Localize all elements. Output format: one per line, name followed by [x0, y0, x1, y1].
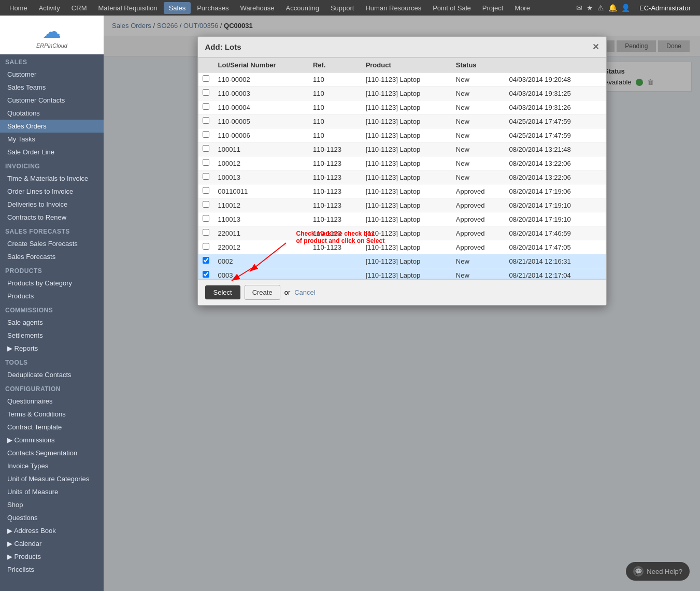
- col-status[interactable]: Status: [452, 58, 505, 73]
- sidebar-item-sale-order-line[interactable]: Sale Order Line: [0, 146, 104, 158]
- sidebar-item-products-config[interactable]: ▶ Products: [0, 550, 104, 563]
- nav-support[interactable]: Support: [325, 2, 360, 14]
- cancel-link[interactable]: Cancel: [294, 289, 315, 296]
- sidebar-item-terms-conditions[interactable]: Terms & Conditions: [0, 408, 104, 421]
- create-button[interactable]: Create: [245, 285, 280, 300]
- sidebar-item-sales-orders[interactable]: Sales Orders: [0, 120, 104, 133]
- sidebar-item-contracts[interactable]: Contracts to Renew: [0, 211, 104, 224]
- status: Approved: [452, 240, 505, 254]
- nav-activity[interactable]: Activity: [34, 2, 65, 14]
- sidebar-item-customer[interactable]: Customer: [0, 68, 104, 81]
- nav-human-resources[interactable]: Human Resources: [360, 2, 426, 14]
- row-checkbox[interactable]: [203, 173, 209, 180]
- sidebar-item-invoice-types[interactable]: Invoice Types: [0, 459, 104, 472]
- sidebar-item-customer-contacts[interactable]: Customer Contacts: [0, 94, 104, 107]
- col-date[interactable]: [505, 58, 606, 73]
- nav-purchases[interactable]: Purchases: [192, 2, 234, 14]
- row-checkbox[interactable]: [203, 229, 209, 236]
- nav-more[interactable]: More: [509, 2, 535, 14]
- row-checkbox[interactable]: [203, 117, 209, 124]
- col-product[interactable]: Product: [362, 58, 452, 73]
- select-button[interactable]: Select: [205, 285, 240, 299]
- status: New: [452, 128, 505, 142]
- sidebar-item-sale-agents[interactable]: Sale agents: [0, 316, 104, 329]
- sidebar-item-create-forecasts[interactable]: Create Sales Forecasts: [0, 237, 104, 250]
- dialog-close-button[interactable]: ✕: [592, 42, 599, 52]
- nav-material-requisition[interactable]: Material Requisition: [93, 2, 162, 14]
- ref: 110-1123: [309, 240, 362, 254]
- sidebar-item-sales-teams[interactable]: Sales Teams: [0, 81, 104, 94]
- sidebar-item-pricelists[interactable]: Pricelists: [0, 563, 104, 576]
- sidebar-item-my-tasks[interactable]: My Tasks: [0, 133, 104, 146]
- nav-point-of-sale[interactable]: Point of Sale: [427, 2, 476, 14]
- sidebar-item-questionnaires[interactable]: Questionnaires: [0, 395, 104, 408]
- table-row: 110-00003110[110-1123] LaptopNew04/03/20…: [198, 87, 606, 100]
- table-row: 100012110-1123[110-1123] LaptopNew08/20/…: [198, 156, 606, 170]
- user-icon[interactable]: 👤: [621, 4, 630, 12]
- status: Approved: [452, 198, 505, 212]
- sidebar-item-products[interactable]: Products: [0, 290, 104, 302]
- mail-icon[interactable]: ✉: [576, 4, 582, 12]
- ref: 110: [309, 128, 362, 142]
- sidebar-item-deliveries[interactable]: Deliveries to Invoice: [0, 198, 104, 211]
- sidebar-item-uom-categories[interactable]: Unit of Measure Categories: [0, 472, 104, 485]
- sidebar-item-settlements[interactable]: Settlements: [0, 329, 104, 342]
- sidebar-item-time-materials[interactable]: Time & Materials to Invoice: [0, 172, 104, 185]
- sidebar-item-address-book[interactable]: ▶ Address Book: [0, 524, 104, 537]
- product: [110-1123] Laptop: [362, 87, 452, 100]
- row-checkbox[interactable]: [203, 271, 209, 278]
- row-checkbox[interactable]: [203, 103, 209, 110]
- table-row: 220012110-1123[110-1123] LaptopApproved0…: [198, 240, 606, 254]
- nav-project[interactable]: Project: [477, 2, 508, 14]
- nav-crm[interactable]: CRM: [66, 2, 92, 14]
- lot-number: 110013: [214, 212, 309, 226]
- col-lot[interactable]: Lot/Serial Number: [214, 58, 309, 73]
- row-checkbox[interactable]: [203, 257, 209, 264]
- sidebar-item-products-by-category[interactable]: Products by Category: [0, 277, 104, 290]
- row-checkbox[interactable]: [203, 75, 209, 82]
- date: 04/03/2014 19:31:26: [505, 100, 606, 114]
- sidebar-item-uom[interactable]: Units of Measure: [0, 485, 104, 498]
- sidebar-item-questions[interactable]: Questions: [0, 511, 104, 524]
- sidebar-item-contacts-segmentation[interactable]: Contacts Segmentation: [0, 446, 104, 459]
- sidebar-item-dedup-contacts[interactable]: Deduplicate Contacts: [0, 368, 104, 381]
- lots-table: Lot/Serial Number Ref. Product Status 11…: [198, 58, 606, 279]
- sidebar-item-quotations[interactable]: Quotations: [0, 107, 104, 120]
- row-checkbox[interactable]: [203, 131, 209, 138]
- product: [110-1123] Laptop: [362, 142, 452, 156]
- row-checkbox[interactable]: [203, 201, 209, 208]
- lot-number: 100013: [214, 170, 309, 184]
- status: New: [452, 254, 505, 268]
- row-checkbox[interactable]: [203, 159, 209, 166]
- lot-number: 110-00002: [214, 73, 309, 87]
- logo-area: ☁ ERPinCloud: [0, 16, 104, 54]
- table-row: 110012110-1123[110-1123] LaptopApproved0…: [198, 198, 606, 212]
- sidebar-item-shop[interactable]: Shop: [0, 498, 104, 511]
- sidebar-item-sales-forecasts[interactable]: Sales Forecasts: [0, 250, 104, 263]
- user-label[interactable]: EC-Administrator: [634, 2, 696, 14]
- row-checkbox[interactable]: [203, 145, 209, 152]
- status: New: [452, 156, 505, 170]
- lot-number: 0002: [214, 254, 309, 268]
- nav-warehouse[interactable]: Warehouse: [235, 2, 280, 14]
- sidebar-item-reports[interactable]: ▶ Reports: [0, 342, 104, 355]
- row-checkbox[interactable]: [203, 89, 209, 96]
- product: [110-1123] Laptop: [362, 198, 452, 212]
- sidebar-item-commissions-config[interactable]: ▶ Commissions: [0, 434, 104, 446]
- date: 08/20/2014 13:22:06: [505, 156, 606, 170]
- section-sales: Sales: [0, 54, 104, 68]
- date: 08/20/2014 17:19:06: [505, 184, 606, 198]
- col-ref[interactable]: Ref.: [309, 58, 362, 73]
- star-icon[interactable]: ★: [587, 4, 593, 12]
- sidebar-item-calendar[interactable]: ▶ Calendar: [0, 537, 104, 550]
- notification-icon[interactable]: 🔔: [608, 4, 617, 12]
- row-checkbox[interactable]: [203, 243, 209, 250]
- row-checkbox[interactable]: [203, 215, 209, 222]
- nav-sales[interactable]: Sales: [164, 2, 191, 14]
- nav-accounting[interactable]: Accounting: [281, 2, 324, 14]
- nav-home[interactable]: Home: [4, 2, 33, 14]
- row-checkbox[interactable]: [203, 187, 209, 194]
- sidebar-item-contract-template[interactable]: Contract Template: [0, 421, 104, 434]
- sidebar-item-order-lines[interactable]: Order Lines to Invoice: [0, 185, 104, 198]
- alert-icon[interactable]: ⚠: [597, 4, 604, 12]
